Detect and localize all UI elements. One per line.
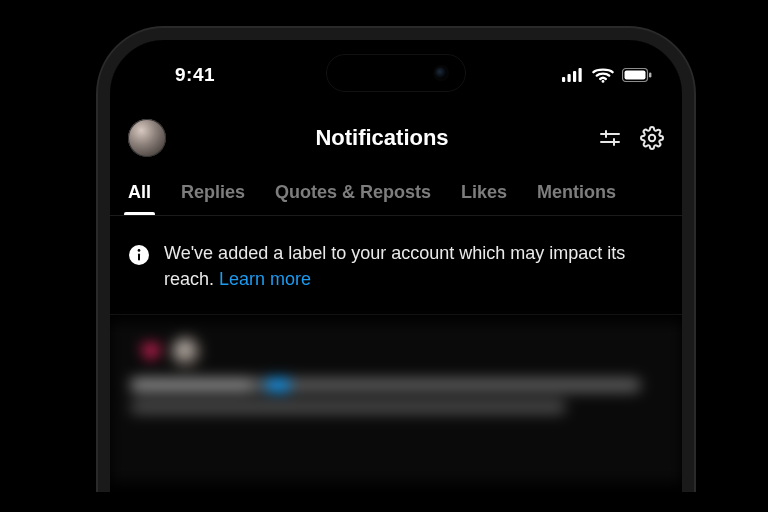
- svg-rect-1: [568, 74, 571, 82]
- page-title: Notifications: [166, 125, 598, 151]
- svg-point-15: [138, 249, 141, 252]
- tab-replies[interactable]: Replies: [181, 182, 245, 215]
- learn-more-link[interactable]: Learn more: [219, 269, 311, 289]
- svg-point-4: [602, 80, 605, 83]
- tab-all[interactable]: All: [128, 182, 151, 215]
- stage: 9:41 No: [0, 0, 768, 512]
- heart-icon: [140, 341, 162, 363]
- svg-rect-7: [649, 73, 651, 78]
- svg-rect-6: [625, 71, 646, 80]
- svg-rect-3: [579, 68, 582, 82]
- app-header: Notifications: [110, 114, 682, 162]
- dynamic-island: [326, 54, 466, 92]
- gear-icon[interactable]: [640, 126, 664, 150]
- avatar[interactable]: [128, 119, 166, 157]
- small-avatar: [172, 338, 200, 366]
- tab-quotes-reposts[interactable]: Quotes & Reposts: [275, 182, 431, 215]
- info-icon: [128, 244, 150, 292]
- front-camera-icon: [435, 67, 447, 79]
- status-indicators: [562, 67, 652, 83]
- tab-mentions[interactable]: Mentions: [537, 182, 616, 215]
- tab-likes[interactable]: Likes: [461, 182, 507, 215]
- svg-rect-14: [138, 254, 140, 261]
- notice-text: We've added a label to your account whic…: [164, 240, 664, 292]
- svg-rect-2: [573, 71, 576, 82]
- phone-frame: 9:41 No: [98, 28, 694, 512]
- tabs: All Replies Quotes & Reposts Likes Menti…: [110, 176, 682, 216]
- battery-icon: [622, 68, 652, 82]
- account-label-notice: We've added a label to your account whic…: [110, 230, 682, 315]
- blurred-notification-item: [110, 322, 682, 482]
- svg-point-12: [649, 135, 655, 141]
- filter-icon[interactable]: [598, 126, 622, 150]
- status-time: 9:41: [140, 64, 250, 86]
- screen: 9:41 No: [110, 40, 682, 512]
- svg-rect-0: [562, 77, 565, 82]
- wifi-icon: [592, 67, 614, 83]
- bottom-crop: [0, 492, 768, 512]
- cellular-icon: [562, 68, 584, 82]
